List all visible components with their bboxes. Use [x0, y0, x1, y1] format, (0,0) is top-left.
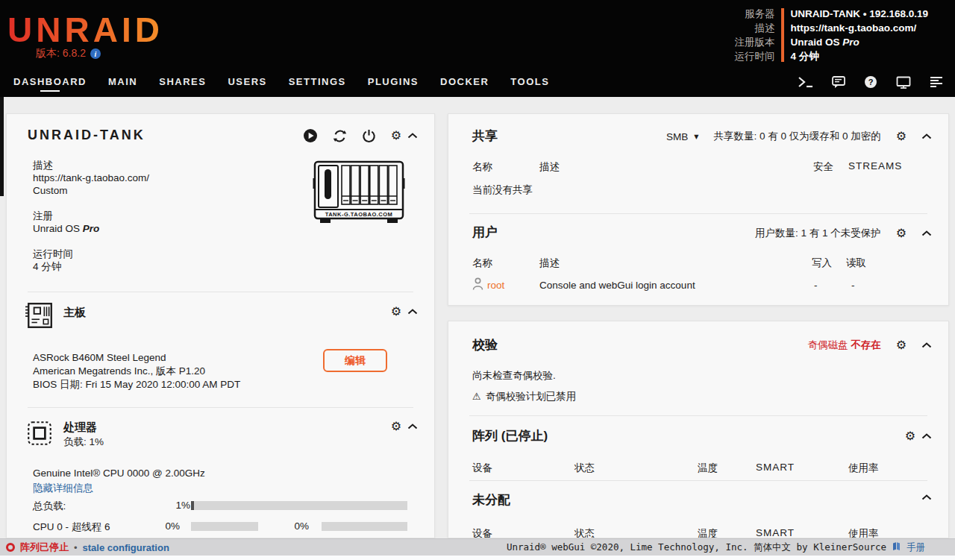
description-url: https://tank-g.taobao.com/ — [33, 172, 149, 184]
user-icon — [472, 277, 483, 292]
divider — [469, 213, 927, 214]
user-name-link[interactable]: root — [487, 280, 504, 291]
server-panel: UNRAID-TANK ⚙ 描述 https://tank-g.taobao.c… — [6, 113, 435, 538]
feedback-icon[interactable] — [832, 76, 845, 88]
motherboard-model: ASRock B460M Steel Legend — [33, 351, 240, 365]
col-read: 读取 — [846, 257, 866, 270]
chevron-up-icon[interactable] — [921, 133, 932, 139]
shares-users-panel: 共享 SMB ▼ 共享数量: 0 有 0 仅为缓存和 0 加密的 ⚙ 名称 描述… — [448, 113, 949, 306]
gear-icon[interactable]: ⚙ — [391, 130, 401, 142]
gear-icon[interactable]: ⚙ — [896, 227, 907, 239]
chevron-up-icon[interactable] — [921, 494, 932, 500]
tab-settings[interactable]: SETTINGS — [289, 76, 346, 92]
help-icon[interactable]: ? — [864, 75, 877, 89]
uptime-label: 运行时间 — [734, 49, 774, 63]
version-label: 版本: 6.8.2 i — [36, 47, 101, 60]
unraid-logo: UNRAID — [7, 10, 163, 50]
chevron-up-icon[interactable] — [921, 433, 932, 439]
unassigned-controls — [921, 494, 932, 500]
gear-icon[interactable]: ⚙ — [905, 430, 915, 442]
tab-docker[interactable]: DOCKER — [440, 76, 489, 92]
parity-controls: 奇偶磁盘 不存在 ⚙ — [807, 339, 932, 352]
processor-title: 处理器 — [63, 421, 97, 435]
unassigned-title: 未分配 — [472, 491, 510, 509]
tab-shares[interactable]: SHARES — [159, 76, 206, 92]
col-status: 状态 — [574, 462, 595, 475]
chevron-up-icon[interactable] — [407, 424, 418, 430]
server-info-values: UNRAID-TANK • 192.168.0.19 https://tank-… — [790, 7, 928, 63]
main-nav: DASHBOARD MAIN SHARES USERS SETTINGS PLU… — [13, 76, 549, 92]
registration-value: Unraid OS Pro — [33, 222, 149, 235]
registration-value: Unraid OS Pro — [790, 35, 928, 49]
shares-controls: SMB ▼ 共享数量: 0 有 0 仅为缓存和 0 加密的 ⚙ — [666, 130, 932, 143]
status-bar: 阵列已停止 • stale configuration Unraid® webG… — [0, 538, 955, 556]
left-edge-artifact — [0, 97, 4, 196]
display-settings-icon[interactable] — [896, 76, 911, 89]
description-theme: Custom — [33, 184, 149, 197]
col-description: 描述 — [539, 160, 560, 174]
parity-array-panel: 校验 奇偶磁盘 不存在 ⚙ 尚未检查奇偶校验. ⚠奇偶校验计划已禁用 阵列 (已… — [448, 321, 949, 538]
dropdown-caret-icon: ▼ — [694, 133, 698, 140]
tab-tools[interactable]: TOOLS — [510, 76, 549, 92]
chevron-up-icon[interactable] — [921, 230, 932, 236]
user-read-value: - — [851, 280, 855, 291]
motherboard-vendor: American Megatrends Inc., 版本 P1.20 — [33, 365, 240, 378]
core0-value-a: 0% — [134, 520, 180, 532]
server-name-ip: UNRAID-TANK • 192.168.0.19 — [790, 7, 928, 21]
divider — [28, 407, 413, 408]
total-load-bar-fill — [191, 501, 194, 510]
gear-icon[interactable]: ⚙ — [391, 421, 401, 432]
start-array-icon[interactable] — [303, 128, 318, 143]
manual-link[interactable]: 手册 — [907, 541, 925, 554]
divider — [469, 480, 927, 481]
power-icon[interactable] — [362, 129, 376, 143]
reboot-icon[interactable] — [333, 129, 347, 143]
gear-icon[interactable]: ⚙ — [896, 339, 907, 351]
parity-status-prefix: 奇偶磁盘 — [807, 339, 851, 350]
edit-button[interactable]: 编辑 — [323, 349, 387, 372]
parity-warning-row: ⚠奇偶校验计划已禁用 — [472, 390, 576, 403]
users-summary: 用户数量: 1 有 1 个未受保护 — [755, 227, 881, 240]
log-icon[interactable] — [930, 76, 943, 88]
gear-icon[interactable]: ⚙ — [896, 130, 907, 142]
col-status: 状态 — [574, 527, 595, 538]
tab-plugins[interactable]: PLUGINS — [368, 76, 419, 92]
server-panel-options: ⚙ — [391, 130, 418, 142]
stale-configuration-link[interactable]: stale configuration — [83, 542, 169, 553]
cpu-model: Genuine Intel® CPU 0000 @ 2.00GHz — [33, 468, 205, 479]
tab-main[interactable]: MAIN — [108, 76, 137, 92]
registration-os: Unraid OS — [790, 37, 842, 48]
processor-load-label: 负载: 1% — [63, 435, 104, 449]
motherboard-details: ASRock B460M Steel Legend American Megat… — [33, 351, 240, 391]
hide-details-link[interactable]: 隐藏详细信息 — [33, 482, 93, 495]
total-load-bar — [191, 501, 407, 510]
parity-warning-text: 奇偶校验计划已禁用 — [486, 391, 577, 402]
gear-icon[interactable]: ⚙ — [391, 306, 401, 318]
col-description: 描述 — [539, 257, 560, 270]
registration-label: 注册版本 — [734, 35, 774, 49]
registration-tier: Pro — [842, 37, 860, 48]
server-case-image: TANK-G.TAOBAO.COM — [313, 157, 408, 231]
col-smart: SMART — [756, 462, 795, 473]
chevron-up-icon[interactable] — [407, 309, 418, 315]
bottom-strip — [0, 556, 955, 560]
tab-dashboard[interactable]: DASHBOARD — [13, 76, 87, 92]
users-controls: 用户数量: 1 有 1 个未受保护 ⚙ — [755, 227, 932, 240]
warning-icon: ⚠ — [472, 391, 481, 402]
server-uptime: 4 分钟 — [790, 49, 928, 63]
core0-label: CPU 0 - 超线程 6 — [33, 520, 110, 534]
total-load-label: 总负载: — [33, 500, 66, 513]
accent-bar — [781, 8, 784, 62]
chevron-up-icon[interactable] — [921, 342, 932, 348]
info-icon[interactable]: i — [90, 48, 101, 59]
motherboard-icon — [25, 301, 54, 333]
app-header: UNRAID 版本: 6.8.2 i 服务器 描述 注册版本 运行时间 UNRA… — [0, 0, 955, 97]
chevron-up-icon[interactable] — [407, 133, 418, 139]
share-protocol-dropdown[interactable]: SMB ▼ — [666, 131, 698, 142]
uptime-label: 运行时间 — [33, 248, 149, 260]
terminal-icon[interactable] — [798, 76, 813, 88]
tab-users[interactable]: USERS — [228, 76, 266, 92]
users-title: 用户 — [472, 224, 498, 241]
core0-bar-a — [191, 522, 258, 531]
col-smart: SMART — [756, 527, 795, 538]
